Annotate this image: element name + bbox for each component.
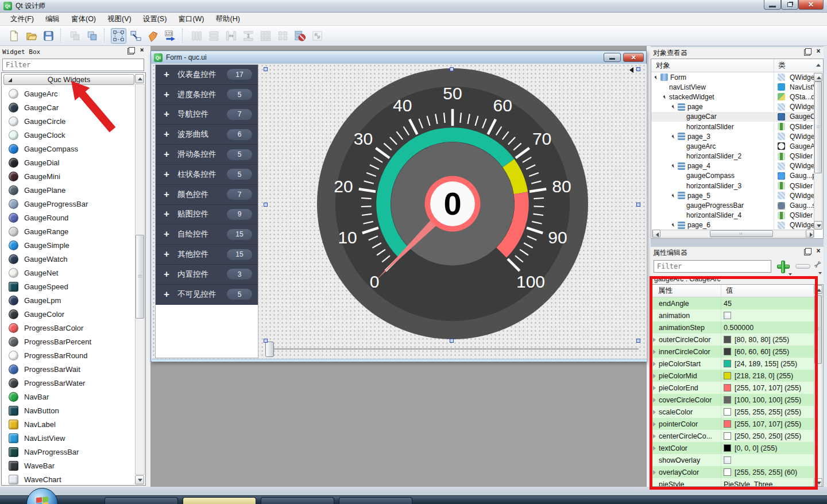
column-class[interactable]: 类 bbox=[774, 61, 786, 71]
property-table-header[interactable]: 属性 值 bbox=[651, 285, 823, 297]
property-filter-input[interactable] bbox=[654, 260, 771, 273]
object-tree-hscrollbar[interactable] bbox=[652, 230, 814, 238]
widget-item-GaugeCar[interactable]: GaugeCar bbox=[3, 100, 135, 114]
widget-item-GaugeProgressBar[interactable]: GaugeProgressBar bbox=[3, 197, 135, 211]
widget-list-scrollbar[interactable] bbox=[135, 84, 145, 475]
widget-item-GaugePlane[interactable]: GaugePlane bbox=[3, 183, 135, 197]
widget-item-ProgressBarColor[interactable]: ProgressBarColor bbox=[3, 321, 135, 335]
nav-item-1[interactable]: +进度条控件5 bbox=[156, 85, 258, 105]
expander-icon[interactable] bbox=[653, 410, 656, 414]
object-tree-vscrollbar[interactable] bbox=[814, 73, 822, 229]
column-object[interactable]: 对象 bbox=[651, 59, 774, 72]
expander-icon[interactable] bbox=[671, 105, 675, 109]
object-tree-row-horizontalSlider_4[interactable]: horizontalSlider_4QSlider bbox=[651, 211, 816, 220]
widget-item-GaugeSpeed[interactable]: GaugeSpeed bbox=[3, 280, 135, 293]
expander-icon[interactable] bbox=[671, 193, 675, 197]
nav-item-5[interactable]: +柱状条控件5 bbox=[156, 165, 258, 185]
scrollbar-thumb[interactable] bbox=[136, 235, 144, 319]
widget-item-ProgressBarWater[interactable]: ProgressBarWater bbox=[3, 376, 135, 390]
property-row-endAngle[interactable]: endAngle45 bbox=[651, 297, 816, 309]
expander-icon[interactable] bbox=[654, 75, 658, 79]
property-row-pointerColor[interactable]: pointerColor[255, 107, 107] (255) bbox=[651, 418, 816, 430]
menu-item-5[interactable]: 窗口(W) bbox=[172, 13, 210, 26]
widget-item-GaugeColor[interactable]: GaugeColor bbox=[3, 307, 135, 321]
nav-item-0[interactable]: +仪表盘控件17 bbox=[156, 65, 258, 85]
selection-handle[interactable] bbox=[636, 339, 640, 343]
expander-icon[interactable] bbox=[653, 362, 656, 366]
object-tree-row-gaugeProgressBar[interactable]: gaugeProgressBarGaug...s bbox=[651, 200, 816, 210]
object-tree-row-horizontalSlider[interactable]: horizontalSliderQSlider bbox=[651, 122, 816, 131]
widget-item-NavBar[interactable]: NavBar bbox=[3, 390, 135, 404]
menu-item-0[interactable]: 文件(F) bbox=[5, 13, 40, 26]
scroll-down-button[interactable] bbox=[814, 478, 822, 487]
scrollbar-thumb[interactable] bbox=[814, 82, 822, 173]
object-inspector-titlebar[interactable]: 对象查看器 × bbox=[651, 47, 824, 59]
property-value-cell[interactable]: [0, 0, 0] (255) bbox=[721, 442, 816, 454]
float-panel-icon[interactable] bbox=[129, 47, 135, 53]
widget-item-GaugeLpm[interactable]: GaugeLpm bbox=[3, 293, 135, 307]
menu-item-2[interactable]: 窗体(O) bbox=[65, 13, 102, 26]
widget-box-titlebar[interactable]: Widget Box × bbox=[0, 46, 147, 57]
float-panel-icon[interactable] bbox=[805, 48, 811, 55]
selection-handle[interactable] bbox=[264, 67, 268, 71]
widget-item-GaugeClock[interactable]: GaugeClock bbox=[3, 128, 135, 142]
expander-icon[interactable] bbox=[653, 386, 656, 390]
object-tree-row-page_6[interactable]: page_6QWidge bbox=[651, 220, 816, 230]
property-value-cell[interactable]: [60, 60, 60] (255) bbox=[721, 346, 816, 358]
property-value-cell[interactable]: 0.500000 bbox=[721, 321, 816, 334]
property-value-cell[interactable]: [255, 107, 107] (255) bbox=[721, 418, 816, 430]
selection-handle[interactable] bbox=[264, 203, 268, 207]
object-tree-row-gaugeArc[interactable]: gaugeArcGaugeA bbox=[651, 141, 816, 151]
property-row-overlayColor[interactable]: overlayColor[255, 255, 255] (60) bbox=[651, 466, 816, 478]
property-row-outerCircleColor[interactable]: outerCircleColor[80, 80, 80] (255) bbox=[651, 334, 816, 346]
widget-item-GaugeSimple[interactable]: GaugeSimple bbox=[3, 238, 135, 252]
property-row-pieColorMid[interactable]: pieColorMid[218, 218, 0] (255) bbox=[651, 370, 816, 382]
property-value-cell[interactable]: [100, 100, 100] (255) bbox=[721, 394, 816, 406]
close-panel-icon[interactable]: × bbox=[815, 48, 822, 55]
horizontal-slider-handle[interactable] bbox=[265, 342, 274, 357]
property-row-pieColorStart[interactable]: pieColorStart[24, 189, 155] (255) bbox=[651, 358, 816, 370]
property-row-scaleColor[interactable]: scaleColor[255, 255, 255] (255) bbox=[651, 406, 816, 418]
minimize-button[interactable] bbox=[764, 0, 781, 10]
object-tree-row-navListView[interactable]: navListViewNavListV bbox=[651, 82, 816, 92]
nav-item-8[interactable]: +自绘控件15 bbox=[156, 224, 258, 245]
widget-item-GaugeMini[interactable]: GaugeMini bbox=[3, 169, 135, 183]
expander-icon[interactable] bbox=[671, 134, 675, 138]
widget-box-filter-input[interactable] bbox=[2, 59, 144, 71]
expander-icon[interactable] bbox=[653, 398, 656, 402]
widget-category-header[interactable]: Quc Widgets bbox=[3, 74, 134, 85]
object-tree-row-page_5[interactable]: page_5QWidge bbox=[651, 191, 816, 200]
close-panel-icon[interactable]: × bbox=[815, 248, 822, 255]
new-file-button[interactable] bbox=[6, 28, 22, 44]
expander-icon[interactable] bbox=[663, 95, 667, 99]
checkbox-unchecked[interactable] bbox=[724, 312, 731, 319]
object-tree-row-page_4[interactable]: page_4QWidge bbox=[651, 161, 816, 171]
nav-item-3[interactable]: +波形曲线6 bbox=[156, 125, 258, 145]
property-value-cell[interactable] bbox=[721, 454, 816, 466]
property-value-cell[interactable]: [218, 218, 0] (255) bbox=[721, 370, 816, 382]
expander-icon[interactable] bbox=[653, 374, 656, 378]
widget-item-NavLabel[interactable]: NavLabel bbox=[3, 417, 135, 431]
widget-item-ProgressBarRound[interactable]: ProgressBarRound bbox=[3, 348, 135, 362]
close-panel-icon[interactable]: × bbox=[138, 47, 145, 54]
collapse-arrow-icon[interactable] bbox=[629, 67, 633, 73]
widget-item-GaugeArc[interactable]: GaugeArc bbox=[3, 87, 135, 100]
menu-item-6[interactable]: 帮助(H) bbox=[210, 13, 246, 26]
column-value[interactable]: 值 bbox=[721, 286, 733, 296]
right-dock-splitter[interactable] bbox=[647, 46, 651, 487]
property-row-pieStyle[interactable]: pieStylePieStyle_Three bbox=[651, 478, 816, 487]
widget-item-WaveChart[interactable]: WaveChart bbox=[3, 472, 135, 486]
property-value-cell[interactable]: [255, 255, 255] (255) bbox=[721, 406, 816, 418]
taskbar-button[interactable] bbox=[339, 497, 412, 504]
expander-icon[interactable] bbox=[653, 446, 656, 451]
object-tree-row-stackedWidget[interactable]: stackedWidgetQSta...dg bbox=[651, 92, 816, 102]
expander-icon[interactable] bbox=[653, 350, 656, 354]
property-row-pieColorEnd[interactable]: pieColorEnd[255, 107, 107] (255) bbox=[651, 382, 816, 394]
copy-blue-button[interactable] bbox=[84, 28, 100, 44]
menu-item-4[interactable]: 设置(S) bbox=[137, 13, 173, 26]
property-editor-titlebar[interactable]: 属性编辑器 × bbox=[651, 247, 824, 258]
widget-item-WaveBar[interactable]: WaveBar bbox=[3, 459, 135, 472]
edit-signals-slots-button[interactable] bbox=[128, 28, 144, 44]
object-tree-row-horizontalSlider_2[interactable]: horizontalSlider_2QSlider bbox=[651, 152, 816, 161]
checkbox-unchecked[interactable] bbox=[724, 456, 731, 464]
